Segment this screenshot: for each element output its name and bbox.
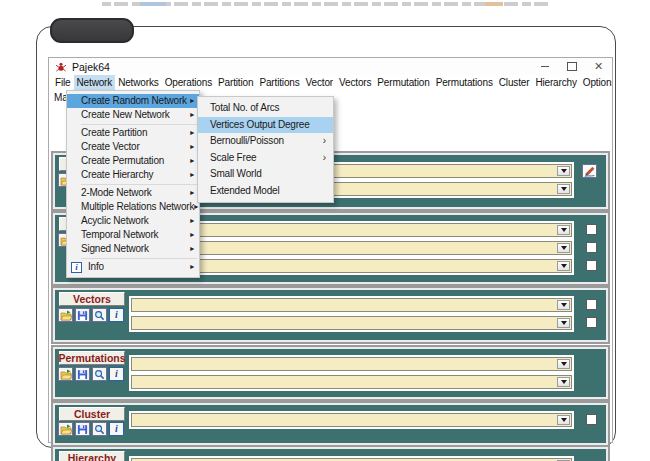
chevron-down-icon [561, 362, 567, 366]
chevron-down-icon [561, 380, 567, 384]
submenu-chevron-icon: › [323, 133, 326, 150]
cropped-caption-strip [102, 2, 552, 6]
minimize-button[interactable] [531, 58, 558, 75]
menu-item-create-new-network[interactable]: Create New Network▸ [67, 108, 199, 122]
vector-checkbox-2[interactable] [586, 317, 597, 328]
menu-item-create-partition[interactable]: Create Partition▸ [67, 126, 199, 140]
edit-network-button[interactable] [582, 164, 597, 178]
menu-separator [81, 124, 197, 125]
search-icon[interactable] [92, 422, 107, 436]
menu-hierarchy[interactable]: Hierarchy [532, 75, 579, 90]
dropdown-button[interactable] [557, 318, 570, 328]
info-icon[interactable]: i [109, 308, 124, 322]
menu-operations[interactable]: Operations [162, 75, 215, 90]
panel-permutations: Permutations i [53, 347, 608, 399]
menu-item-create-vector[interactable]: Create Vector▸ [67, 140, 199, 154]
dropdown-button[interactable] [557, 377, 570, 387]
window-title: Pajek64 [72, 61, 110, 73]
dropdown-button[interactable] [557, 261, 570, 271]
partition-checkbox-3[interactable] [586, 260, 597, 271]
menu-item-signed-network[interactable]: Signed Network▸ [67, 242, 199, 256]
submenu-arrow-icon: ▸ [190, 186, 194, 200]
vectors-combo-2[interactable] [131, 316, 572, 330]
menu-permutation[interactable]: Permutation [374, 75, 432, 90]
submenu-arrow-icon: ▸ [190, 228, 194, 242]
panel-cluster: Cluster i [53, 403, 608, 445]
menu-item-multiple-relations-network[interactable]: Multiple Relations Network▸ [67, 200, 199, 214]
partition-row-2 [131, 241, 597, 255]
chevron-down-icon [561, 418, 567, 422]
hierarchy-label-button[interactable]: Hierarchy [59, 451, 125, 461]
menu-vectors[interactable]: Vectors [336, 75, 374, 90]
menu-item-create-hierarchy[interactable]: Create Hierarchy▸ [67, 168, 199, 182]
menu-item-scale-free[interactable]: Scale Free› [198, 150, 333, 167]
menu-item-extended-model[interactable]: Extended Model [198, 183, 333, 200]
vector-row-2 [131, 316, 597, 330]
menu-file[interactable]: File [52, 75, 74, 90]
dropdown-button[interactable] [557, 415, 570, 425]
menu-networks[interactable]: Networks [115, 75, 161, 90]
dropdown-button[interactable] [557, 225, 570, 235]
menu-options[interactable]: Options [580, 75, 612, 90]
menu-item-total-no-of-arcs[interactable]: Total No. of Arcs [198, 100, 333, 117]
menu-item-acyclic-network[interactable]: Acyclic Network▸ [67, 214, 199, 228]
dropdown-button[interactable] [557, 359, 570, 369]
permutations-label-button[interactable]: Permutations [59, 351, 125, 365]
save-icon[interactable] [75, 367, 90, 381]
menu-vector[interactable]: Vector [303, 75, 336, 90]
partition-checkbox-2[interactable] [586, 242, 597, 253]
cluster-checkbox[interactable] [586, 414, 597, 425]
chevron-down-icon [561, 246, 567, 250]
dropdown-button[interactable] [557, 166, 570, 176]
partition-checkbox-1[interactable] [586, 224, 597, 235]
dropdown-button[interactable] [557, 184, 570, 194]
save-icon[interactable] [75, 308, 90, 322]
menu-item-create-random-network[interactable]: Create Random Network▸ [67, 94, 199, 108]
cluster-combo-1[interactable] [131, 413, 572, 427]
caption-fragment [485, 2, 503, 6]
menu-permutations[interactable]: Permutations [433, 75, 496, 90]
combo-value [135, 300, 555, 310]
notch-pill [50, 18, 134, 43]
search-icon[interactable] [92, 308, 107, 322]
cluster-toolbar: i [58, 422, 124, 436]
menu-partitions[interactable]: Partitions [256, 75, 302, 90]
save-icon[interactable] [75, 422, 90, 436]
vector-row-1 [131, 298, 597, 312]
vector-checkbox-1[interactable] [586, 299, 597, 310]
submenu-arrow-icon: ▸ [190, 126, 194, 140]
permutations-combo-1[interactable] [131, 357, 572, 371]
submenu-arrow-icon: ▸ [190, 140, 194, 154]
chevron-down-icon [561, 303, 567, 307]
menu-separator [81, 184, 197, 185]
cluster-label-button[interactable]: Cluster [59, 407, 125, 421]
menu-partition[interactable]: Partition [215, 75, 256, 90]
search-icon[interactable] [92, 367, 107, 381]
dropdown-button[interactable] [557, 300, 570, 310]
info-icon[interactable]: i [109, 367, 124, 381]
vectors-label-button[interactable]: Vectors [59, 292, 125, 306]
menu-network[interactable]: Network [74, 75, 116, 90]
close-icon: ✕ [594, 61, 603, 72]
permutations-combo-2[interactable] [131, 375, 572, 389]
dropdown-button[interactable] [557, 243, 570, 253]
menu-item-temporal-network[interactable]: Temporal Network▸ [67, 228, 199, 242]
close-button[interactable]: ✕ [585, 58, 612, 75]
menu-item-vertices-output-degree[interactable]: Vertices Output Degree [198, 117, 333, 134]
vectors-combo-1[interactable] [131, 298, 572, 312]
menu-item-small-world[interactable]: Small World [198, 166, 333, 183]
menu-item-2-mode-network[interactable]: 2-Mode Network▸ [67, 186, 199, 200]
menu-cluster[interactable]: Cluster [496, 75, 533, 90]
open-folder-icon[interactable] [58, 308, 73, 322]
menu-item-info[interactable]: iInfo▸ [67, 260, 199, 274]
info-icon[interactable]: i [109, 422, 124, 436]
open-folder-icon[interactable] [58, 367, 73, 381]
open-folder-icon[interactable] [58, 422, 73, 436]
menu-item-create-permutation[interactable]: Create Permutation▸ [67, 154, 199, 168]
combo-value [135, 318, 555, 328]
maximize-button[interactable] [558, 58, 585, 75]
chevron-down-icon [561, 169, 567, 173]
combo-value [135, 359, 555, 369]
cluster-row-1 [131, 413, 597, 427]
menu-item-bernoulli-poisson[interactable]: Bernoulli/Poisson› [198, 133, 333, 150]
